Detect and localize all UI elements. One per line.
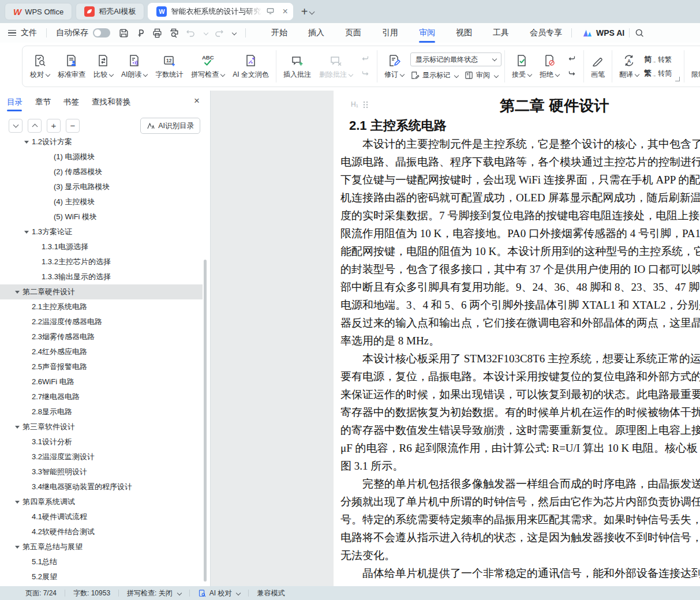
- qat-customize-caret-icon[interactable]: [232, 31, 237, 35]
- toc-item[interactable]: (2) 传感器模块: [0, 164, 203, 179]
- undo-caret-icon[interactable]: [204, 31, 208, 35]
- show-markup-button[interactable]: 显示标记: [410, 70, 458, 80]
- toc-item[interactable]: 3.2温湿度监测设计: [0, 449, 203, 464]
- traditional-to-simplified-button[interactable]: 繁→ 转简: [644, 68, 672, 78]
- tab-docer-ai[interactable]: 稻壳AI模板: [76, 3, 144, 20]
- toc-item[interactable]: 第三章软件设计: [0, 419, 203, 434]
- toc-item[interactable]: (5) WiFi 模块: [0, 209, 203, 224]
- toc-item[interactable]: 3.1设计分析: [0, 434, 203, 449]
- sidebar-scrollbar-thumb[interactable]: [204, 260, 207, 582]
- redo-icon[interactable]: [214, 28, 224, 39]
- tab-document[interactable]: W 智能衣柜系统的设计与研究与 ×: [148, 3, 293, 20]
- menu-1[interactable]: 开始: [270, 24, 289, 42]
- accept-change-button[interactable]: 接受: [508, 47, 536, 85]
- undo-icon[interactable]: [185, 28, 196, 39]
- delete-comment-button[interactable]: 删除批注: [315, 47, 357, 85]
- markup-state-dropdown[interactable]: 显示标记的最终状态: [410, 52, 501, 66]
- toc-item[interactable]: 3.3智能照明设计: [0, 464, 203, 479]
- collapse-arrow-icon[interactable]: [15, 291, 20, 294]
- toc-item[interactable]: 1.3.2主控芯片的选择: [0, 254, 203, 269]
- menu-8[interactable]: 会员专享: [529, 24, 563, 42]
- new-tab-button[interactable]: +: [301, 6, 308, 17]
- previous-change-icon[interactable]: [566, 54, 578, 64]
- menu-5[interactable]: 审阅: [418, 24, 436, 42]
- next-comment-icon[interactable]: [360, 69, 371, 79]
- compare-button[interactable]: 比较: [89, 47, 117, 85]
- ai-read-button[interactable]: AI朗读: [117, 47, 151, 85]
- standard-review-button[interactable]: 标准审查: [54, 47, 89, 85]
- autosave-toggle[interactable]: [93, 28, 110, 38]
- sidebar-tab-toc[interactable]: 目录: [7, 92, 23, 112]
- sidebar-tab-bookmarks[interactable]: 书签: [63, 92, 79, 112]
- toc-item[interactable]: 第五章总结与展望: [0, 539, 203, 554]
- reject-change-button[interactable]: 拒绝: [536, 47, 563, 85]
- toc-item[interactable]: 2.8显示电路: [0, 404, 203, 419]
- toc-item[interactable]: (3) 显示电路模块: [0, 179, 203, 194]
- close-tab-icon[interactable]: ×: [282, 6, 287, 17]
- toc-item[interactable]: 5.2展望: [0, 569, 203, 584]
- toc-item[interactable]: (4) 主控模块: [0, 194, 203, 209]
- file-menu[interactable]: 文件: [21, 28, 37, 38]
- toc-item[interactable]: 1.3.1电源选择: [0, 239, 203, 254]
- search-icon[interactable]: [634, 28, 645, 38]
- sidebar-tab-chapters[interactable]: 章节: [35, 92, 51, 112]
- spellcheck-status[interactable]: 拼写检查: 关闭: [127, 588, 181, 598]
- previous-comment-icon[interactable]: [360, 54, 371, 64]
- toc-item[interactable]: 2.3烟雾传感器电路: [0, 329, 203, 344]
- toc-item[interactable]: 2.4红外感应电路: [0, 344, 203, 359]
- toc-item[interactable]: 2.1主控系统电路: [0, 299, 203, 314]
- ai-proofread-status[interactable]: AI 校对: [198, 588, 241, 598]
- hamburger-icon[interactable]: [8, 28, 16, 38]
- toc-item[interactable]: 2.5声音报警电路: [0, 359, 203, 374]
- pen-button[interactable]: 画笔: [587, 47, 609, 85]
- toc-item[interactable]: 4.1硬件调试流程: [0, 509, 203, 524]
- tab-list-caret-icon[interactable]: [309, 9, 315, 14]
- menu-3[interactable]: 页面: [344, 24, 362, 42]
- track-changes-button[interactable]: 修订: [380, 47, 408, 85]
- menu-4[interactable]: 引用: [381, 24, 399, 42]
- toc-item[interactable]: 第四章系统调试: [0, 494, 203, 509]
- toc-item[interactable]: 2.7继电器电路: [0, 389, 203, 404]
- sidebar-close-icon[interactable]: ×: [194, 95, 200, 107]
- print-icon[interactable]: [152, 28, 163, 39]
- toc-item[interactable]: 3.4继电器驱动装置的程序设计: [0, 479, 203, 494]
- spell-check-button[interactable]: ABC 拼写检查: [187, 47, 229, 85]
- export-pdf-icon[interactable]: [135, 28, 146, 39]
- toc-item[interactable]: 1.2设计方案: [0, 134, 203, 149]
- menu-6[interactable]: 视图: [455, 24, 473, 42]
- toc-item[interactable]: 第二章硬件设计: [0, 284, 203, 299]
- collapse-arrow-icon[interactable]: [24, 231, 29, 234]
- zoom-out-outline-button[interactable]: −: [66, 119, 80, 133]
- collapse-arrow-icon[interactable]: [24, 141, 29, 144]
- screen-share-icon[interactable]: [266, 7, 275, 17]
- review-pane-button[interactable]: 审阅: [464, 70, 498, 80]
- menu-7[interactable]: 工具: [492, 24, 510, 42]
- toc-item[interactable]: 1.3.3输出显示的选择: [0, 269, 203, 284]
- word-count-button[interactable]: 12 字数统计: [151, 47, 187, 85]
- toc-item[interactable]: 5.1总结: [0, 554, 203, 569]
- word-count-indicator[interactable]: 字数: 10953: [73, 588, 110, 598]
- simplified-to-traditional-button[interactable]: 简→ 转繁: [644, 54, 672, 65]
- tab-wps-office[interactable]: W WPS Office: [5, 3, 72, 20]
- page-indicator[interactable]: 页面: 7/24: [25, 588, 57, 598]
- collapse-arrow-icon[interactable]: [15, 501, 20, 504]
- proofread-button[interactable]: 校对: [26, 47, 54, 85]
- toc-item[interactable]: (1) 电源模块: [0, 149, 203, 164]
- zoom-in-outline-button[interactable]: +: [47, 119, 61, 133]
- toc-item[interactable]: 2.2温湿度传感器电路: [0, 314, 203, 329]
- translate-button[interactable]: A 翻译: [615, 47, 643, 85]
- ai-recognize-toc-button[interactable]: AI识别目录: [140, 118, 200, 134]
- toc-item[interactable]: 1.3方案论证: [0, 224, 203, 239]
- collapse-all-button[interactable]: [28, 119, 42, 133]
- collapse-arrow-icon[interactable]: [15, 426, 20, 429]
- save-icon[interactable]: [118, 28, 129, 39]
- document-body[interactable]: 本设计的主要控制元件是主控系统，它是整个设计的核心，其中包含了电源电路、晶振电路…: [340, 135, 700, 582]
- collapse-arrow-icon[interactable]: [15, 546, 20, 549]
- ai-polish-button[interactable]: AI 全文润色: [229, 47, 273, 85]
- heading-marker[interactable]: H₁: [351, 100, 368, 108]
- toc-item[interactable]: 2.6WiFi 电路: [0, 374, 203, 389]
- expand-all-button[interactable]: [9, 119, 23, 133]
- wps-ai-button[interactable]: WPS AI: [582, 28, 624, 38]
- group-expander-icon[interactable]: [675, 77, 680, 81]
- menu-2[interactable]: 插入: [307, 24, 325, 42]
